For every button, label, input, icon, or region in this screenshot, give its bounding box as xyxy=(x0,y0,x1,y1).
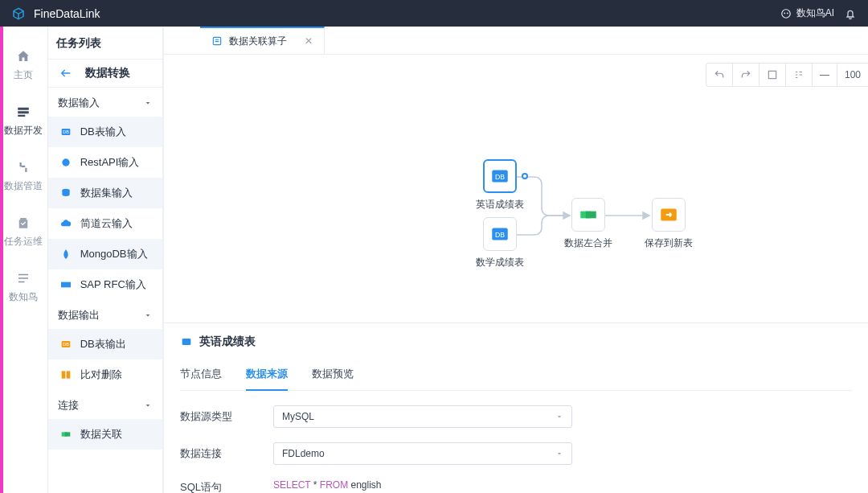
nav-home[interactable]: 主页 xyxy=(14,49,33,82)
item-mongodb-input[interactable]: MongoDB输入 xyxy=(48,239,162,269)
label-conn: 数据连接 xyxy=(180,446,273,461)
item-db-table-output[interactable]: DBDB表输出 xyxy=(48,329,162,359)
group-output[interactable]: 数据输出 xyxy=(48,300,162,329)
svg-text:DB: DB xyxy=(63,129,69,134)
svg-rect-14 xyxy=(66,371,70,378)
sql-editor[interactable]: SELECT * FROM english xyxy=(273,479,852,493)
group-input[interactable]: 数据输入 xyxy=(48,88,162,117)
dev-icon xyxy=(16,105,31,119)
subtab-node-info[interactable]: 节点信息 xyxy=(180,362,222,390)
node-join[interactable]: 数据左合并 xyxy=(564,198,612,250)
canvas-wrap: — 100 DB 英语成绩表 DB 数学成绩表 xyxy=(164,55,868,323)
cloud-icon xyxy=(59,217,72,230)
select-ds-type[interactable]: MySQL xyxy=(273,405,572,428)
leftnav: 主页 数据开发 数据管道 任务运维 数知鸟 xyxy=(0,27,48,493)
output-port[interactable] xyxy=(522,173,528,179)
svg-rect-3 xyxy=(18,108,30,110)
tab-data-join-operator[interactable]: 数据关联算子 ✕ xyxy=(200,27,325,54)
brand-icon xyxy=(11,6,26,21)
ai-assistant-link[interactable]: 数知鸟AI xyxy=(780,6,834,20)
chevron-down-icon xyxy=(143,310,153,320)
svg-point-2 xyxy=(787,12,788,14)
nav-shuzhiniao[interactable]: 数知鸟 xyxy=(9,271,38,304)
select-conn[interactable]: FDLdemo xyxy=(273,442,572,465)
node-english[interactable]: DB 英语成绩表 xyxy=(476,159,524,212)
item-sap-rfc-input[interactable]: SAP RFC输入 xyxy=(48,269,162,300)
home-icon xyxy=(16,49,31,64)
db-input-icon: DB xyxy=(59,125,72,138)
topbar: FineDataLink 数知鸟AI xyxy=(0,0,868,27)
join-icon xyxy=(59,428,72,441)
item-data-join[interactable]: 数据关联 xyxy=(48,419,162,450)
api-icon xyxy=(59,156,72,169)
dataset-icon xyxy=(59,187,72,199)
svg-rect-4 xyxy=(18,111,30,113)
task-panel: 任务列表 数据转换 数据输入 DBDB表输入 RestAPI输入 数据集输入 简… xyxy=(48,27,163,493)
pipeline-icon xyxy=(16,160,31,175)
chevron-down-icon xyxy=(143,98,153,108)
ops-icon xyxy=(16,216,31,230)
task-panel-title: 任务列表 xyxy=(48,27,162,59)
item-db-table-input[interactable]: DBDB表输入 xyxy=(48,117,162,147)
db-output-icon: DB xyxy=(59,338,72,351)
group-connect[interactable]: 连接 xyxy=(48,390,162,419)
node-detail-panel: 英语成绩表 节点信息 数据来源 数据预览 数据源类型 MySQL 数据连接 FD… xyxy=(164,323,868,493)
svg-rect-10 xyxy=(61,282,71,288)
label-ds-type: 数据源类型 xyxy=(180,409,273,424)
tab-icon xyxy=(211,35,223,47)
brand-label: FineDataLink xyxy=(34,7,100,20)
back-label: 数据转换 xyxy=(85,66,130,80)
svg-point-8 xyxy=(62,158,69,166)
canvas[interactable]: DB 英语成绩表 DB 数学成绩表 数据左合并 保存到新表 xyxy=(164,55,868,323)
nav-data-dev[interactable]: 数据开发 xyxy=(4,105,43,138)
editor-tabs: 数据关联算子 ✕ xyxy=(164,27,868,55)
compare-delete-icon xyxy=(59,368,72,381)
svg-rect-16 xyxy=(64,432,70,436)
item-compare-delete[interactable]: 比对删除 xyxy=(48,359,162,390)
brand: FineDataLink xyxy=(11,6,100,21)
item-restapi-input[interactable]: RestAPI输入 xyxy=(48,147,162,178)
node-math[interactable]: DB 数学成绩表 xyxy=(476,217,524,269)
chevron-down-icon xyxy=(555,450,563,458)
main: 数据关联算子 ✕ — 100 xyxy=(163,27,868,493)
detail-title: 英语成绩表 xyxy=(199,335,256,349)
item-dataset-input[interactable]: 数据集输入 xyxy=(48,178,162,208)
chevron-down-icon xyxy=(555,413,563,421)
list-icon xyxy=(16,271,31,286)
svg-text:DB: DB xyxy=(495,231,505,239)
item-jiandaoyun-input[interactable]: 简道云输入 xyxy=(48,208,162,239)
chevron-down-icon xyxy=(143,401,153,410)
svg-rect-26 xyxy=(586,212,596,219)
label-sql: SQL语句 xyxy=(180,480,273,493)
nav-pipeline[interactable]: 数据管道 xyxy=(4,160,43,193)
mongodb-icon xyxy=(59,248,72,261)
svg-point-1 xyxy=(784,12,785,14)
svg-text:DB: DB xyxy=(63,342,69,347)
svg-text:DB: DB xyxy=(495,173,505,181)
accent-strip xyxy=(0,27,3,493)
svg-point-0 xyxy=(781,9,790,18)
subtab-data-source[interactable]: 数据来源 xyxy=(246,362,288,391)
sap-icon xyxy=(59,278,72,291)
svg-rect-13 xyxy=(61,371,65,378)
nav-ops[interactable]: 任务运维 xyxy=(4,216,43,249)
svg-rect-5 xyxy=(18,115,26,117)
detail-subtabs: 节点信息 数据来源 数据预览 xyxy=(180,362,852,391)
db-input-icon xyxy=(180,335,193,348)
back-icon[interactable] xyxy=(59,67,72,80)
notifications-icon[interactable] xyxy=(844,7,857,20)
node-save[interactable]: 保存到新表 xyxy=(645,198,693,250)
svg-rect-28 xyxy=(182,339,191,345)
subtab-data-preview[interactable]: 数据预览 xyxy=(312,362,354,390)
ai-icon xyxy=(780,8,792,19)
close-icon[interactable]: ✕ xyxy=(305,35,313,47)
